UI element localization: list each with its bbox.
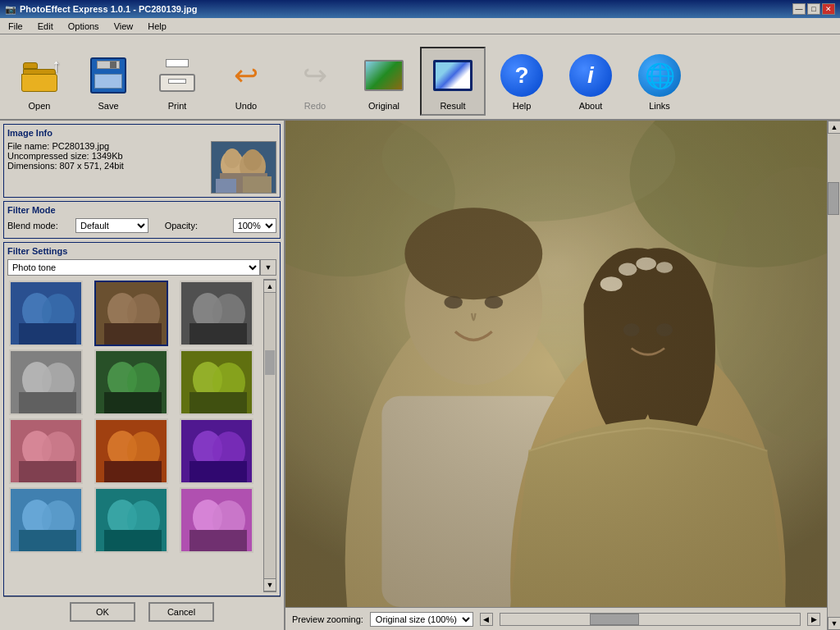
svg-rect-19 xyxy=(189,323,247,346)
about-icon: i xyxy=(567,52,614,99)
thumbnail-12[interactable] xyxy=(180,487,253,553)
menu-options[interactable]: Options xyxy=(63,20,104,33)
thumbnail-10[interactable] xyxy=(9,487,83,553)
image-preview xyxy=(285,121,827,607)
dimensions-line: Dimensions: 807 x 571, 24bit xyxy=(7,161,204,171)
help-button[interactable]: ? Help xyxy=(489,47,555,116)
thumbnail-8[interactable] xyxy=(94,418,168,484)
thumbnail-6[interactable] xyxy=(180,349,253,415)
svg-rect-15 xyxy=(104,323,162,346)
preview-area: Preview zooming: Original size (100%) 50… xyxy=(285,121,827,630)
redo-button[interactable]: ↪ Redo xyxy=(282,47,348,116)
menu-edit[interactable]: Edit xyxy=(33,20,58,33)
zoom-label: Preview zooming: xyxy=(292,614,363,624)
preview-container: Preview zooming: Original size (100%) 50… xyxy=(285,121,840,630)
minimize-button[interactable]: — xyxy=(792,3,806,15)
svg-rect-27 xyxy=(104,392,162,415)
blend-mode-select[interactable]: Default Normal Multiply Screen xyxy=(75,218,148,233)
print-button[interactable]: Print xyxy=(144,47,210,116)
filter-mode-section: Filter Mode Blend mode: Default Normal M… xyxy=(3,201,281,239)
thumbnail-11[interactable] xyxy=(94,487,168,553)
thumb-svg-3 xyxy=(181,282,253,346)
v-scrollbar-thumb xyxy=(828,182,839,215)
menu-help[interactable]: Help xyxy=(143,20,171,33)
thumb-svg-5 xyxy=(96,351,168,415)
undo-icon: ↩ xyxy=(222,52,270,99)
titlebar: 📷 PhotoEffect Express 1.0.1 - PC280139.j… xyxy=(0,0,840,18)
thumb-svg-6 xyxy=(181,351,253,415)
svg-rect-23 xyxy=(19,392,76,415)
close-button[interactable]: ✕ xyxy=(822,3,835,15)
zoom-select[interactable]: Original size (100%) 50% 75% 200% xyxy=(370,612,473,627)
filter-dropdown-btn[interactable]: ▼ xyxy=(260,259,276,276)
svg-rect-7 xyxy=(243,176,272,193)
svg-rect-11 xyxy=(19,323,76,346)
size-line: Uncompressed size: 1349Kb xyxy=(7,151,204,161)
vscroll-up-btn[interactable]: ▲ xyxy=(828,121,840,134)
menubar: File Edit Options View Help xyxy=(0,18,840,34)
result-button[interactable]: Result xyxy=(420,47,486,116)
v-scrollbar-track xyxy=(828,134,840,617)
original-icon xyxy=(360,52,408,99)
links-circle-icon: 🌐 xyxy=(638,54,681,97)
maximize-button[interactable]: □ xyxy=(807,3,820,15)
thumbnails-grid xyxy=(7,279,263,555)
h-scrollbar[interactable] xyxy=(500,613,801,626)
thumbnail-5[interactable] xyxy=(94,349,168,415)
thumb-svg-10 xyxy=(11,489,83,553)
print-icon xyxy=(153,52,201,99)
menu-file[interactable]: File xyxy=(3,20,28,33)
blend-mode-label: Blend mode: xyxy=(7,221,69,231)
cancel-button[interactable]: Cancel xyxy=(148,602,214,622)
grid-scroll-track xyxy=(264,293,276,578)
thumb-svg-9 xyxy=(181,420,253,484)
image-info-text: File name: PC280139.jpg Uncompressed siz… xyxy=(7,141,204,171)
filename-line: File name: PC280139.jpg xyxy=(7,141,204,151)
vscroll-down-btn[interactable]: ▼ xyxy=(828,617,840,630)
menu-view[interactable]: View xyxy=(109,20,139,33)
thumbnails-scroll[interactable] xyxy=(7,279,263,592)
svg-rect-47 xyxy=(19,530,76,553)
h-scrollbar-thumb xyxy=(590,614,639,625)
scroll-right-btn[interactable]: ▶ xyxy=(807,613,820,626)
image-info-title: Image Info xyxy=(7,128,276,138)
image-thumbnail xyxy=(211,141,276,194)
original-button[interactable]: Original xyxy=(351,47,417,116)
toolbar: ↑ Open Save Print ↩ Undo xyxy=(0,34,840,121)
grid-scrollbar[interactable]: ▲ ▼ xyxy=(263,279,276,592)
redo-icon: ↪ xyxy=(291,52,339,99)
thumbnail-svg xyxy=(212,142,276,193)
opacity-select[interactable]: 100% 75% 50% 25% xyxy=(233,218,276,233)
about-circle-icon: i xyxy=(569,54,612,97)
open-button[interactable]: ↑ Open xyxy=(7,47,72,116)
v-scrollbar[interactable]: ▲ ▼ xyxy=(827,121,840,630)
save-button[interactable]: Save xyxy=(75,47,141,116)
thumbnail-1[interactable] xyxy=(9,281,83,346)
thumb-svg-2 xyxy=(96,282,168,346)
svg-point-5 xyxy=(244,149,262,171)
thumbnail-3[interactable] xyxy=(180,281,253,346)
result-icon xyxy=(429,52,477,99)
help-circle-icon: ? xyxy=(500,54,543,97)
thumbnail-4[interactable] xyxy=(9,349,83,415)
thumbnail-9[interactable] xyxy=(180,418,253,484)
ok-button[interactable]: OK xyxy=(70,602,135,622)
svg-rect-43 xyxy=(189,461,247,484)
window-controls[interactable]: — □ ✕ xyxy=(792,3,835,15)
about-button[interactable]: i About xyxy=(558,47,623,116)
left-panel: Image Info File name: PC280139.jpg Uncom… xyxy=(0,121,285,630)
svg-rect-6 xyxy=(216,179,236,193)
links-button[interactable]: 🌐 Links xyxy=(627,47,692,116)
filter-settings-inner: Photo tone Color balance Brightness/Cont… xyxy=(7,259,276,592)
thumb-svg-4 xyxy=(11,351,83,415)
thumbnail-2[interactable] xyxy=(94,281,168,346)
thumbnail-7[interactable] xyxy=(9,418,83,484)
grid-scroll-up[interactable]: ▲ xyxy=(263,280,276,293)
scroll-left-btn[interactable]: ◀ xyxy=(480,613,493,626)
svg-rect-76 xyxy=(285,121,827,607)
filter-settings-title: Filter Settings xyxy=(7,246,276,256)
grid-scroll-down[interactable]: ▼ xyxy=(263,578,276,591)
filter-select-row: Photo tone Color balance Brightness/Cont… xyxy=(7,259,276,276)
filter-type-select[interactable]: Photo tone Color balance Brightness/Cont… xyxy=(7,259,260,276)
undo-button[interactable]: ↩ Undo xyxy=(213,47,279,116)
